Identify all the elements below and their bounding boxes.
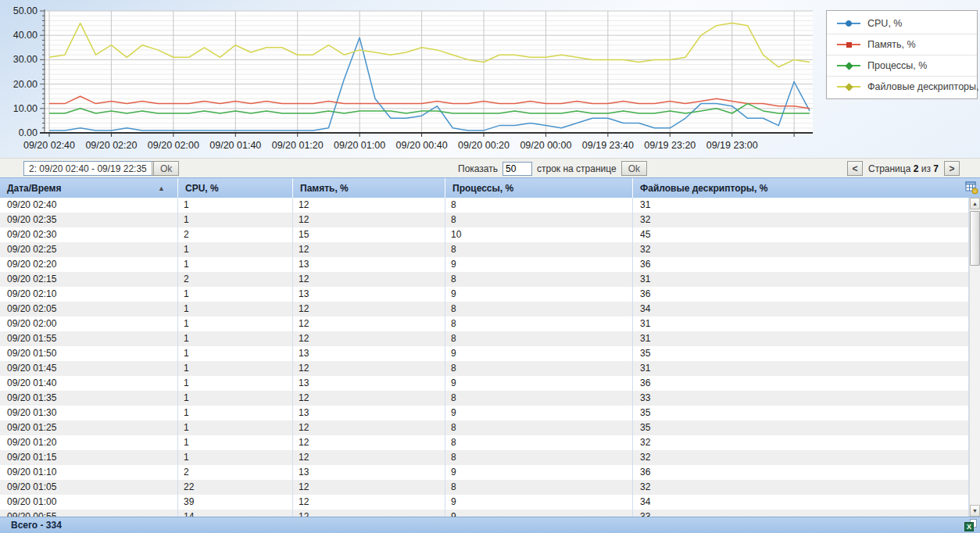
- scrollbar-thumb[interactable]: [970, 211, 980, 266]
- table-cell: 09/20 01:25: [0, 420, 178, 435]
- table-row[interactable]: 09/20 01:15112832: [0, 450, 969, 465]
- table-cell: 8: [445, 242, 633, 257]
- excel-export-icon[interactable]: X: [964, 519, 977, 531]
- legend-label: Память, %: [867, 39, 916, 50]
- table-row[interactable]: 09/20 01:35112833: [0, 391, 969, 406]
- table-cell: 8: [445, 435, 633, 450]
- table-cell: 13: [293, 287, 445, 302]
- table-row[interactable]: 09/20 02:35112832: [0, 213, 969, 227]
- table-cell: 13: [293, 346, 445, 361]
- table-cell: 39: [178, 495, 293, 510]
- table-cell: 1: [178, 242, 293, 257]
- table-cell: 09/20 02:15: [0, 272, 178, 287]
- table-cell: 12: [293, 391, 445, 406]
- table-row[interactable]: 09/20 01:45112831: [0, 361, 969, 376]
- table-cell: 1: [178, 287, 293, 302]
- table-cell: 8: [445, 317, 633, 331]
- table-row[interactable]: 09/20 01:30113935: [0, 406, 969, 420]
- table-row[interactable]: 09/20 01:40113936: [0, 376, 969, 391]
- table-row[interactable]: 09/20 02:15212831: [0, 272, 969, 287]
- table-cell: 33: [633, 391, 969, 406]
- table-row[interactable]: 09/20 01:25112835: [0, 420, 969, 435]
- table-cell: 9: [445, 465, 633, 480]
- table-row[interactable]: 09/20 01:20112832: [0, 435, 969, 450]
- table-cell: 8: [445, 198, 633, 213]
- table-cell: 12: [293, 450, 445, 465]
- y-axis-tick-label: 0.00: [19, 127, 38, 138]
- sort-asc-icon[interactable]: ▲: [158, 184, 165, 192]
- column-header-memory[interactable]: Память, %: [293, 178, 445, 198]
- x-axis-tick-label: 09/20 02:20: [85, 140, 137, 151]
- column-header-processes[interactable]: Процессы, %: [445, 178, 633, 198]
- column-header-file-descriptors[interactable]: Файловые дескрипторы, %: [633, 178, 980, 198]
- table-row[interactable]: 09/20 01:50113935: [0, 346, 969, 361]
- table-cell: 1: [178, 435, 293, 450]
- table-row[interactable]: 09/20 02:40112831: [0, 198, 969, 213]
- table-row[interactable]: 09/20 02:00112831: [0, 317, 969, 331]
- time-range-select[interactable]: 2: 09/20 02:40 - 09/19 22:35 ▼: [23, 161, 166, 176]
- column-settings-icon[interactable]: [965, 181, 978, 195]
- y-axis-tick-label: 40.00: [13, 30, 38, 41]
- table-cell: 12: [293, 435, 445, 450]
- table-row[interactable]: 09/20 01:10213936: [0, 465, 969, 480]
- table-cell: 32: [633, 435, 969, 450]
- table-cell: 1: [178, 391, 293, 406]
- table-cell: 12: [293, 198, 445, 213]
- legend-label: Процессы, %: [867, 60, 927, 71]
- table-cell: 32: [633, 242, 969, 257]
- prev-page-button[interactable]: <: [847, 161, 863, 176]
- total-count-label: Всего - 334: [11, 520, 62, 531]
- table-row[interactable]: 09/20 01:003912934: [0, 495, 969, 510]
- column-header-datetime[interactable]: Дата/Время ▲: [0, 178, 178, 198]
- legend-marker-icon: [837, 40, 860, 49]
- table-cell: 34: [633, 302, 969, 317]
- x-axis-tick-label: 09/20 00:00: [520, 140, 571, 151]
- table-cell: 12: [293, 361, 445, 376]
- table-cell: 33: [633, 510, 969, 517]
- table-row[interactable]: 09/20 01:55112831: [0, 331, 969, 346]
- table-row[interactable]: 09/20 02:302151045: [0, 227, 969, 242]
- table-row[interactable]: 09/20 02:25112832: [0, 242, 969, 257]
- legend-item: Файловые дескрипторы, %: [827, 76, 977, 97]
- next-page-button[interactable]: >: [944, 161, 960, 176]
- table-row[interactable]: 09/20 02:10113936: [0, 287, 969, 302]
- table-row[interactable]: 09/20 02:20113936: [0, 257, 969, 272]
- table-cell: 12: [293, 420, 445, 435]
- table-cell: 2: [178, 272, 293, 287]
- table-cell: 35: [633, 420, 969, 435]
- table-cell: 31: [633, 198, 969, 213]
- table-cell: 12: [293, 495, 445, 510]
- x-axis-tick-label: 09/20 02:00: [148, 140, 199, 151]
- x-axis-tick-label: 09/20 01:20: [272, 140, 324, 151]
- table-cell: 9: [445, 287, 633, 302]
- rows-ok-button[interactable]: Ok: [621, 161, 647, 176]
- legend-marker-icon: [837, 19, 860, 28]
- legend-marker-icon: [837, 82, 860, 91]
- table-cell: 09/20 01:05: [0, 480, 178, 495]
- rows-per-page-input[interactable]: [503, 162, 532, 176]
- table-row[interactable]: 09/20 01:052212832: [0, 480, 969, 495]
- table-cell: 2: [178, 227, 293, 242]
- table-cell: 8: [445, 391, 633, 406]
- table-cell: 1: [178, 361, 293, 376]
- x-axis-tick-label: 09/20 00:20: [458, 140, 510, 151]
- y-axis-tick-label: 30.00: [13, 54, 38, 65]
- scroll-down-icon[interactable]: ▼: [970, 505, 980, 517]
- x-axis-tick-label: 09/19 23:20: [644, 140, 696, 151]
- table-row[interactable]: 09/20 02:05112834: [0, 302, 969, 317]
- x-axis-tick-label: 09/19 23:40: [582, 140, 634, 151]
- table-cell: 1: [178, 257, 293, 272]
- table-cell: 31: [633, 361, 969, 376]
- scroll-up-icon[interactable]: ▲: [970, 198, 980, 209]
- table-cell: 1: [178, 406, 293, 420]
- vertical-scrollbar[interactable]: ▲ ▼: [969, 198, 980, 517]
- chart-legend: CPU, %Память, %Процессы, %Файловые дескр…: [826, 10, 978, 99]
- column-header-cpu[interactable]: CPU, %: [178, 178, 293, 198]
- range-ok-button[interactable]: Ok: [153, 161, 179, 176]
- table-cell: 14: [178, 510, 293, 517]
- table-row[interactable]: 09/20 00:551412933: [0, 510, 969, 517]
- legend-item: Процессы, %: [827, 55, 977, 76]
- rows-per-page-label: Показать: [458, 163, 498, 174]
- table-cell: 09/20 01:40: [0, 376, 178, 391]
- table-cell: 8: [445, 480, 633, 495]
